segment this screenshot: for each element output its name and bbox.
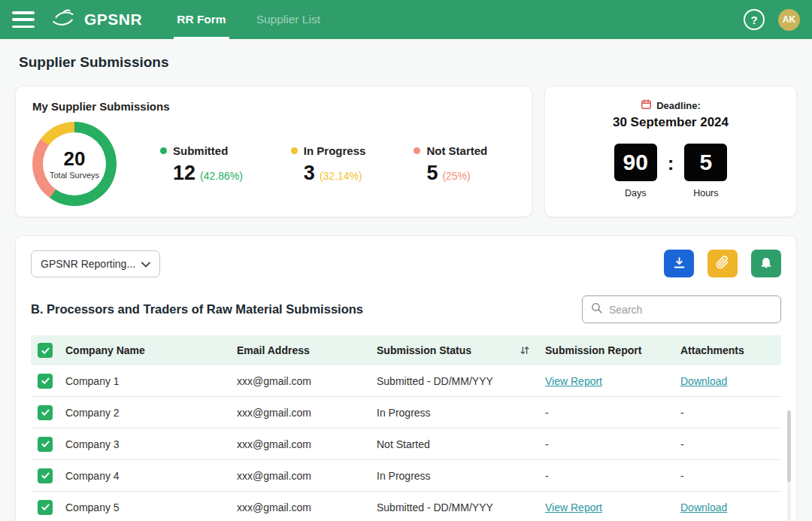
cell-email: xxx@gmail.com [237, 438, 377, 450]
cell-company-name: Company 1 [65, 375, 237, 387]
paperclip-icon [716, 256, 729, 271]
cell-report-empty: - [545, 438, 549, 450]
download-link[interactable]: Download [680, 501, 727, 513]
legend-label: Not Started [426, 144, 487, 157]
countdown-days: 90 Days [614, 144, 657, 198]
top-navbar: GPSNR RR Form Supplier List ? AK [0, 0, 812, 39]
download-icon [672, 256, 686, 272]
cell-status: Not Started [377, 438, 545, 450]
avatar[interactable]: AK [778, 9, 800, 31]
sort-icon[interactable] [520, 345, 530, 356]
cell-report-empty: - [545, 470, 549, 482]
summary-card-title: My Supplier Submissions [32, 100, 515, 113]
submissions-table-card: GPSNR Reporting... [15, 235, 797, 521]
table-toolbar: GPSNR Reporting... [31, 250, 781, 277]
legend-item-not-started: Not Started 5 (25%) [414, 144, 487, 183]
cards-row: My Supplier Submissions 20 Total Surveys… [15, 86, 797, 217]
search-box [582, 295, 781, 323]
cell-status: Submitted - DD/MM/YYY [377, 375, 545, 387]
section-title: B. Processors and Traders of Raw Materia… [31, 302, 363, 317]
legend-item-in-progress: In Progress 3 (32.14%) [291, 144, 366, 183]
toolbar-buttons [664, 250, 781, 277]
countdown-separator: : [668, 152, 674, 175]
header-submission-status: Submission Status [377, 344, 471, 356]
table-header-row: Company Name Email Address Submission St… [31, 335, 781, 365]
bell-icon [759, 256, 773, 271]
legend-value: 12 [173, 163, 195, 183]
surveys-donut-chart: 20 Total Surveys [32, 122, 117, 206]
brand-logo[interactable]: GPSNR [50, 8, 142, 32]
row-checkbox[interactable] [38, 405, 53, 420]
legend-value: 5 [426, 163, 438, 183]
header-attachments: Attachments [680, 344, 781, 356]
hamburger-menu-icon[interactable] [12, 11, 35, 28]
header-company-name: Company Name [65, 344, 237, 356]
cell-email: xxx@gmail.com [237, 375, 377, 387]
header-submission-report: Submission Report [545, 344, 680, 356]
table-scrollbar-thumb[interactable] [787, 410, 791, 482]
row-checkbox[interactable] [38, 500, 53, 515]
attachment-button[interactable] [707, 250, 738, 277]
total-surveys-label: Total Surveys [50, 171, 99, 180]
nav-tabs: RR Form Supplier List [162, 0, 335, 39]
cell-company-name: Company 4 [65, 470, 237, 482]
not-started-dot-icon [414, 147, 420, 154]
deadline-card: Deadline: 30 September 2024 90 Days : 5 … [544, 86, 797, 217]
navbar-right: ? AK [744, 9, 800, 31]
cell-status: In Progress [377, 407, 545, 419]
table-scrollbar[interactable] [787, 410, 791, 521]
table-row: Company 1 xxx@gmail.com Submitted - DD/M… [31, 365, 781, 397]
cell-company-name: Company 5 [65, 501, 237, 513]
download-link[interactable]: Download [680, 375, 727, 387]
view-report-link[interactable]: View Report [545, 501, 602, 513]
app-root: GPSNR RR Form Supplier List ? AK Supplie… [0, 0, 812, 521]
select-all-checkbox[interactable] [38, 343, 53, 358]
view-report-link[interactable]: View Report [545, 375, 602, 387]
hours-label: Hours [693, 188, 718, 198]
row-checkbox[interactable] [38, 437, 53, 452]
cell-email: xxx@gmail.com [237, 501, 377, 513]
tab-supplier-list[interactable]: Supplier List [253, 0, 323, 39]
hours-value: 5 [684, 144, 727, 181]
notification-button[interactable] [751, 250, 781, 277]
cell-attachment-empty: - [680, 407, 684, 419]
reporting-filter-dropdown[interactable]: GPSNR Reporting... [31, 250, 160, 277]
legend-pct: (32.14%) [320, 170, 362, 182]
total-surveys-value: 20 [64, 149, 86, 168]
countdown-hours: 5 Hours [684, 144, 727, 198]
tab-rr-form[interactable]: RR Form [174, 0, 229, 39]
cell-email: xxx@gmail.com [237, 407, 377, 419]
cell-report-empty: - [545, 407, 549, 419]
donut-legend: Submitted 12 (42.86%) In Progress [160, 144, 487, 183]
submissions-table: Company Name Email Address Submission St… [31, 335, 781, 521]
supplier-submissions-card: My Supplier Submissions 20 Total Surveys… [15, 86, 532, 217]
download-button[interactable] [664, 250, 694, 277]
table-row: Company 3 xxx@gmail.com Not Started - - [31, 429, 781, 460]
legend-pct: (25%) [442, 170, 470, 182]
chevron-down-icon [141, 258, 150, 270]
table-row: Company 2 xxx@gmail.com In Progress - - [31, 397, 781, 429]
cell-attachment-empty: - [680, 470, 684, 482]
legend-label: In Progress [304, 144, 366, 157]
cell-status: In Progress [377, 470, 545, 482]
gpsnr-logo-icon [50, 8, 80, 32]
row-checkbox[interactable] [38, 468, 53, 483]
legend-item-submitted: Submitted 12 (42.86%) [160, 144, 243, 183]
in-progress-dot-icon [291, 147, 298, 154]
legend-value: 3 [304, 163, 315, 183]
brand-name: GPSNR [84, 11, 142, 29]
section-row: B. Processors and Traders of Raw Materia… [31, 295, 781, 323]
search-icon [590, 301, 603, 317]
help-icon[interactable]: ? [744, 9, 765, 30]
cell-company-name: Company 3 [65, 438, 237, 450]
table-row: Company 5 xxx@gmail.com Submitted - DD/M… [31, 492, 781, 521]
days-value: 90 [614, 144, 657, 181]
calendar-icon [641, 98, 652, 112]
search-input[interactable] [609, 304, 773, 316]
row-checkbox[interactable] [38, 374, 53, 389]
cell-email: xxx@gmail.com [237, 470, 377, 482]
table-row: Company 4 xxx@gmail.com In Progress - - [31, 460, 781, 492]
submitted-dot-icon [160, 147, 167, 154]
countdown: 90 Days : 5 Hours [557, 144, 784, 198]
header-email-address: Email Address [237, 344, 377, 356]
